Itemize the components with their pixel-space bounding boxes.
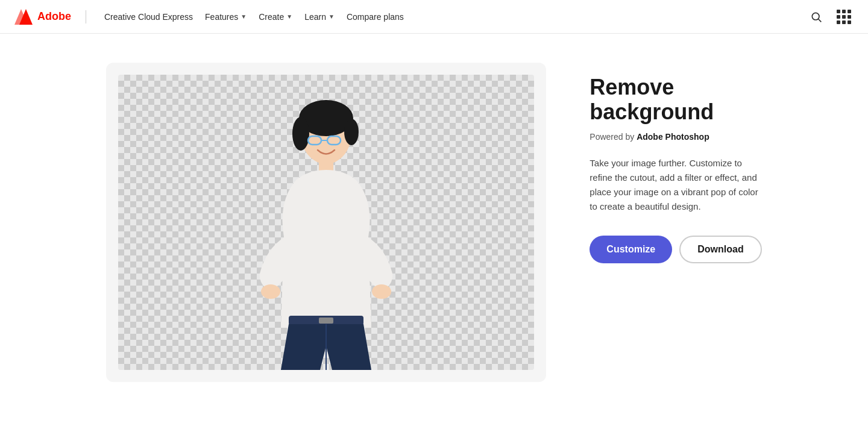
- download-button[interactable]: Download: [679, 236, 761, 263]
- chevron-down-icon: ▼: [329, 13, 335, 20]
- chevron-down-icon: ▼: [286, 13, 292, 20]
- svg-point-6: [292, 117, 309, 151]
- nav-learn-label: Learn: [304, 12, 326, 22]
- nav-create-link[interactable]: Create ▼: [253, 12, 298, 22]
- nav-links: Features ▼ Create ▼ Learn ▼ Compare plan…: [199, 12, 808, 22]
- nav-product-label: Creative Cloud Express: [104, 12, 193, 22]
- nav-actions: [808, 7, 854, 27]
- powered-by-text: Powered by Adobe Photoshop: [590, 132, 761, 142]
- svg-point-7: [344, 119, 359, 145]
- adobe-logo-icon: [14, 8, 33, 26]
- adobe-logo-link[interactable]: Adobe: [14, 8, 71, 26]
- nav-compare-link[interactable]: Compare plans: [341, 12, 410, 22]
- svg-point-12: [261, 284, 280, 299]
- main-nav: Adobe Creative Cloud Express Features ▼ …: [0, 0, 868, 34]
- subject-image: [248, 93, 404, 370]
- nav-features-label: Features: [205, 12, 238, 22]
- main-content: Remove background Powered by Adobe Photo…: [72, 34, 796, 411]
- checker-background: [118, 75, 534, 370]
- svg-point-13: [372, 284, 391, 299]
- image-panel: [106, 63, 546, 382]
- nav-create-label: Create: [259, 12, 284, 22]
- brand-name: Adobe: [37, 10, 71, 23]
- info-panel: Remove background Powered by Adobe Photo…: [590, 63, 761, 263]
- apps-grid-icon: [837, 10, 851, 24]
- apps-button[interactable]: [834, 7, 854, 27]
- description-text: Take your image further. Customize to re…: [590, 156, 761, 214]
- svg-rect-15: [319, 318, 333, 324]
- customize-button[interactable]: Customize: [590, 236, 672, 263]
- nav-product-link[interactable]: Creative Cloud Express: [98, 12, 199, 22]
- nav-features-link[interactable]: Features ▼: [199, 12, 253, 22]
- page-title: Remove background: [590, 75, 761, 125]
- search-icon: [810, 11, 822, 23]
- nav-compare-label: Compare plans: [347, 12, 404, 22]
- svg-line-3: [819, 19, 822, 22]
- svg-point-2: [812, 13, 819, 20]
- chevron-down-icon: ▼: [241, 13, 247, 20]
- search-button[interactable]: [808, 8, 825, 25]
- nav-learn-link[interactable]: Learn ▼: [298, 12, 341, 22]
- nav-divider: [86, 10, 86, 23]
- action-buttons: Customize Download: [590, 236, 761, 263]
